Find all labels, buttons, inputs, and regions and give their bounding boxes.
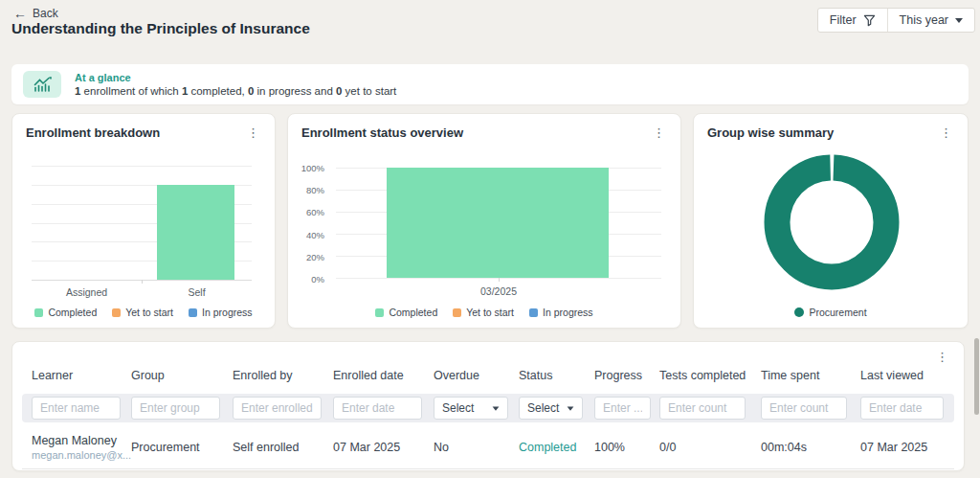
kebab-menu-icon[interactable]: ⋮ — [932, 350, 952, 364]
cell-enrolled-date: 07 Mar 2025 — [333, 441, 434, 454]
card-title: Enrollment status overview — [301, 125, 463, 140]
filter-progress-input[interactable] — [594, 397, 651, 420]
category-assigned: Assigned — [32, 286, 142, 298]
area-chart-plot — [336, 168, 661, 279]
x-axis-categories: Assigned Self — [32, 286, 252, 298]
col-enrolled-by: Enrolled by — [233, 369, 333, 382]
legend-in-progress[interactable]: In progress — [529, 307, 593, 318]
learner-name: Megan Maloney — [32, 434, 131, 447]
kebab-menu-icon[interactable]: ⋮ — [243, 125, 263, 140]
col-tests-completed: Tests completed — [659, 369, 761, 382]
chevron-down-icon — [568, 406, 574, 410]
y-axis-labels: 100%80%60%40%20%0% — [288, 168, 330, 279]
col-last-viewed: Last viewed — [860, 369, 964, 382]
learner-email-link[interactable]: megan.maloney@x... — [32, 449, 131, 461]
filter-group-input[interactable] — [131, 397, 220, 420]
filter-name-input[interactable] — [32, 397, 121, 420]
legend-completed[interactable]: Completed — [375, 307, 437, 318]
enrollment-status-overview-card: Enrollment status overview ⋮ 100%80%60%4… — [287, 113, 681, 329]
legend-dot-procurement — [794, 307, 804, 317]
filter-enrolled-date-input[interactable] — [333, 397, 422, 420]
legend-completed[interactable]: Completed — [34, 307, 97, 318]
col-group: Group — [131, 369, 233, 382]
x-axis-label: 03/2025 — [336, 285, 661, 297]
status-badge: Completed — [519, 441, 594, 454]
filter-status-select[interactable]: Select — [519, 397, 583, 420]
chevron-down-icon — [955, 18, 963, 23]
filter-time-input[interactable] — [761, 397, 847, 420]
period-label: This year — [900, 13, 948, 27]
back-label: Back — [33, 7, 58, 20]
legend-in-progress[interactable]: In progress — [189, 307, 253, 318]
at-a-glance-banner: At a glance 1 enrollment of which 1 comp… — [11, 64, 969, 104]
chart-legend: Completed Yet to start In progress — [288, 307, 680, 318]
period-dropdown[interactable]: This year — [888, 9, 974, 32]
filter-toolbar: Filter This year — [817, 8, 975, 33]
legend-yet-to-start[interactable]: Yet to start — [112, 307, 173, 318]
cell-last-viewed: 07 Mar 2025 — [860, 441, 954, 454]
legend-procurement[interactable]: Procurement — [794, 307, 866, 318]
category-self: Self — [142, 286, 252, 298]
cell-tests-completed: 0/0 — [659, 441, 761, 454]
filter-tests-input[interactable] — [659, 397, 746, 420]
learner-table-card: ⋮ Learner Group Enrolled by Enrolled dat… — [11, 341, 965, 471]
chart-legend: Procurement — [694, 307, 968, 318]
cell-group: Procurement — [131, 441, 233, 454]
col-overdue: Overdue — [434, 369, 519, 382]
donut-chart[interactable] — [760, 150, 903, 294]
col-time-spent: Time spent — [761, 369, 860, 382]
cell-overdue: No — [434, 441, 519, 454]
funnel-icon — [863, 14, 876, 27]
filter-button[interactable]: Filter — [818, 9, 887, 32]
filter-last-viewed-input[interactable] — [860, 397, 944, 420]
legend-swatch-yet-to-start — [112, 308, 121, 317]
chart-legend: Completed Yet to start In progress — [12, 307, 275, 318]
cell-time-spent: 00m:04s — [761, 441, 860, 454]
col-learner: Learner — [32, 369, 131, 382]
bar-self-completed[interactable] — [157, 185, 234, 280]
cell-enrolled-by: Self enrolled — [233, 441, 333, 454]
glance-title: At a glance — [75, 72, 396, 83]
legend-swatch-in-progress — [529, 308, 538, 317]
table-row[interactable]: Megan Maloney megan.maloney@x... Procure… — [22, 425, 954, 469]
page-scrollbar-thumb[interactable] — [974, 338, 979, 415]
card-title: Group wise summary — [707, 125, 834, 140]
page-title: Understanding the Principles of Insuranc… — [11, 20, 310, 37]
glance-summary: 1 enrollment of which 1 completed, 0 in … — [75, 85, 396, 97]
cell-progress: 100% — [594, 441, 659, 454]
filter-overdue-select[interactable]: Select — [434, 397, 508, 420]
legend-swatch-yet-to-start — [453, 308, 461, 317]
legend-swatch-in-progress — [189, 308, 197, 317]
glance-chart-icon — [23, 71, 61, 98]
chevron-down-icon — [493, 406, 500, 410]
filter-label: Filter — [830, 13, 857, 27]
area-completed[interactable] — [387, 168, 609, 278]
legend-yet-to-start[interactable]: Yet to start — [453, 307, 514, 318]
bar-chart-plot — [32, 166, 252, 281]
kebab-menu-icon[interactable]: ⋮ — [649, 125, 669, 140]
group-wise-summary-card: Group wise summary ⋮ Procurement — [693, 113, 969, 329]
back-link[interactable]: ← Back — [13, 7, 58, 20]
table-filter-row: Select Select — [22, 394, 954, 422]
kebab-menu-icon[interactable]: ⋮ — [936, 125, 956, 140]
col-enrolled-date: Enrolled date — [333, 369, 434, 382]
table-header-row: Learner Group Enrolled by Enrolled date … — [12, 342, 964, 382]
legend-swatch-completed — [375, 308, 384, 317]
filter-enrolled-by-input[interactable] — [233, 397, 322, 420]
legend-swatch-completed — [34, 308, 43, 317]
enrollment-breakdown-card: Enrollment breakdown ⋮ Assigned Self Com… — [11, 113, 276, 329]
back-arrow-icon: ← — [13, 7, 27, 20]
col-status: Status — [519, 369, 594, 382]
col-progress: Progress — [594, 369, 659, 382]
card-title: Enrollment breakdown — [26, 125, 160, 140]
